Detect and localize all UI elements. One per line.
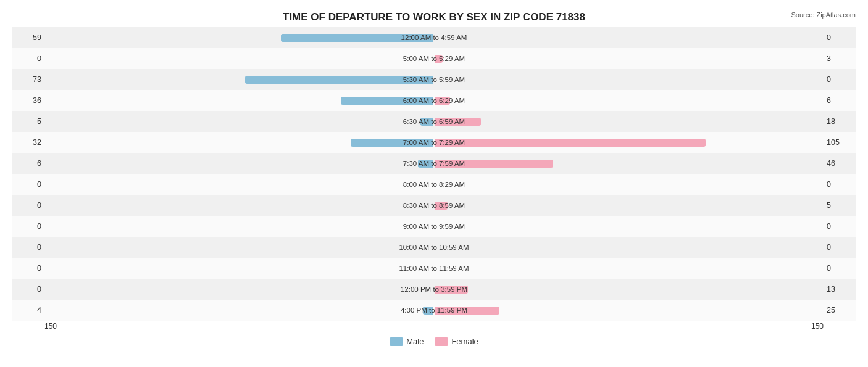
legend-male: Male (390, 337, 424, 346)
female-bar (435, 118, 481, 126)
male-bar (423, 307, 433, 315)
male-section (46, 181, 434, 189)
table-row: 32 7:00 AM to 7:29 AM 105 (12, 132, 856, 153)
two-bars (46, 223, 822, 231)
bottom-axis: 150 150 (12, 322, 856, 331)
female-value: 13 (822, 285, 856, 294)
male-value: 0 (12, 180, 46, 189)
bars-wrapper: 7:00 AM to 7:29 AM (46, 139, 822, 147)
male-section (46, 265, 434, 273)
female-value: 3 (822, 54, 856, 63)
female-value: 105 (822, 138, 856, 147)
two-bars (46, 244, 822, 252)
table-row: 0 11:00 AM to 11:59 AM 0 (12, 258, 856, 279)
female-value: 0 (822, 264, 856, 273)
female-bar (435, 160, 553, 168)
two-bars (46, 181, 822, 189)
bars-wrapper: 10:00 AM to 10:59 AM (46, 244, 822, 252)
two-bars (46, 76, 822, 84)
male-section (46, 55, 434, 63)
male-value: 59 (12, 33, 46, 42)
chart-container: TIME OF DEPARTURE TO WORK BY SEX IN ZIP … (0, 0, 868, 367)
male-section (46, 307, 434, 315)
table-row: 0 8:00 AM to 8:29 AM 0 (12, 174, 856, 195)
female-value: 5 (822, 201, 856, 210)
axis-left-label: 150 (44, 322, 57, 331)
two-bars (46, 139, 822, 147)
male-section (46, 286, 434, 294)
two-bars (46, 118, 822, 126)
male-bar (341, 97, 433, 105)
male-section (46, 76, 434, 84)
table-row: 73 5:30 AM to 5:59 AM 0 (12, 69, 856, 90)
table-row: 4 4:00 PM to 11:59 PM 25 (12, 300, 856, 321)
two-bars (46, 307, 822, 315)
female-section (434, 97, 822, 105)
female-section (434, 55, 822, 63)
two-bars (46, 286, 822, 294)
male-bar (245, 76, 433, 84)
female-value: 18 (822, 117, 856, 126)
table-row: 0 10:00 AM to 10:59 AM 0 (12, 237, 856, 258)
male-value: 36 (12, 96, 46, 105)
table-row: 0 5:00 AM to 5:29 AM 3 (12, 48, 856, 69)
male-bar (281, 34, 433, 42)
female-value: 0 (822, 222, 856, 231)
female-section (434, 223, 822, 231)
female-bar (435, 97, 450, 105)
bars-wrapper: 6:30 AM to 6:59 AM (46, 118, 822, 126)
female-value: 25 (822, 306, 856, 315)
female-section (434, 34, 822, 42)
chart-rows-container: 59 12:00 AM to 4:59 AM 0 0 (12, 27, 856, 321)
female-section (434, 265, 822, 273)
source-text: Source: ZipAtlas.com (791, 11, 856, 19)
male-section (46, 139, 434, 147)
female-value: 0 (822, 75, 856, 84)
table-row: 6 7:30 AM to 7:59 AM 46 (12, 153, 856, 174)
female-bar (435, 139, 706, 147)
female-value: 0 (822, 33, 856, 42)
male-section (46, 34, 434, 42)
female-bar (435, 202, 448, 210)
bars-wrapper: 11:00 AM to 11:59 AM (46, 265, 822, 273)
table-row: 0 9:00 AM to 9:59 AM 0 (12, 216, 856, 237)
two-bars (46, 160, 822, 168)
axis-right-label: 150 (811, 322, 824, 331)
bars-wrapper: 7:30 AM to 7:59 AM (46, 160, 822, 168)
table-row: 59 12:00 AM to 4:59 AM 0 (12, 27, 856, 48)
male-section (46, 118, 434, 126)
female-bar (435, 307, 499, 315)
table-row: 5 6:30 AM to 6:59 AM 18 (12, 111, 856, 132)
female-label: Female (451, 337, 478, 346)
male-section (46, 160, 434, 168)
male-value: 0 (12, 201, 46, 210)
legend-female: Female (435, 337, 478, 346)
male-swatch (390, 337, 403, 346)
two-bars (46, 202, 822, 210)
male-value: 0 (12, 285, 46, 294)
female-section (434, 118, 822, 126)
male-value: 4 (12, 306, 46, 315)
bars-wrapper: 12:00 PM to 3:59 PM (46, 286, 822, 294)
two-bars (46, 97, 822, 105)
female-section (434, 307, 822, 315)
male-section (46, 244, 434, 252)
two-bars (46, 34, 822, 42)
male-label: Male (406, 337, 424, 346)
chart-title: TIME OF DEPARTURE TO WORK BY SEX IN ZIP … (12, 11, 856, 23)
male-value: 6 (12, 159, 46, 168)
male-section (46, 97, 434, 105)
female-section (434, 244, 822, 252)
male-value: 32 (12, 138, 46, 147)
male-value: 5 (12, 117, 46, 126)
male-section (46, 223, 434, 231)
bars-wrapper: 5:30 AM to 5:59 AM (46, 76, 822, 84)
male-value: 0 (12, 222, 46, 231)
bars-wrapper: 9:00 AM to 9:59 AM (46, 223, 822, 231)
bars-wrapper: 8:00 AM to 8:29 AM (46, 181, 822, 189)
male-value: 0 (12, 54, 46, 63)
bars-wrapper: 12:00 AM to 4:59 AM (46, 34, 822, 42)
female-swatch (435, 337, 448, 346)
female-section (434, 286, 822, 294)
two-bars (46, 55, 822, 63)
